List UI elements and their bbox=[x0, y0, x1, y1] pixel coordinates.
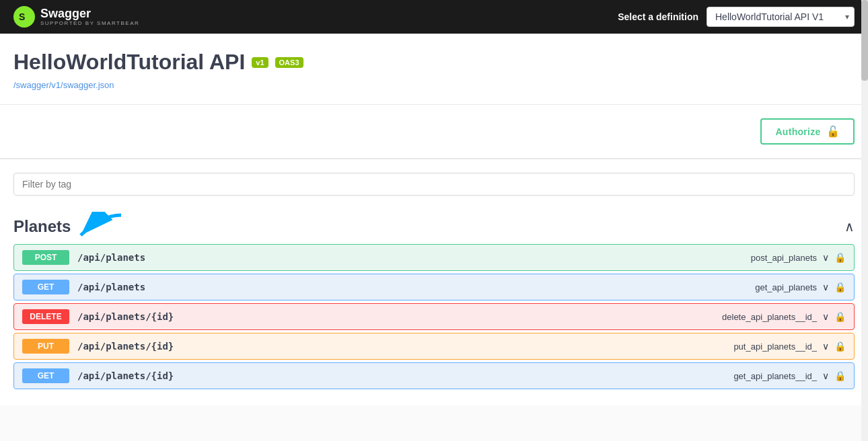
oas3-badge: OAS3 bbox=[275, 57, 303, 68]
endpoint-row-get-planets-id[interactable]: GET /api/planets/{id} get_api_planets__i… bbox=[13, 362, 855, 389]
endpoint-right: post_api_planets ∨ 🔒 bbox=[751, 252, 846, 263]
select-definition-label: Select a definition bbox=[618, 11, 698, 22]
logo-area: S Swagger Supported by SMARTBEAR bbox=[13, 6, 139, 28]
endpoint-path: /api/planets bbox=[77, 282, 755, 292]
api-title-section: HelloWorldTutorial API v1 OAS3 /swagger/… bbox=[0, 34, 868, 105]
operation-id: get_api_planets__id_ bbox=[733, 371, 817, 381]
chevron-down-icon: ∨ bbox=[822, 252, 829, 263]
lock-icon: 🔒 bbox=[834, 370, 846, 381]
endpoint-right: get_api_planets__id_ ∨ 🔒 bbox=[733, 370, 846, 381]
endpoint-right: put_api_planets__id_ ∨ 🔒 bbox=[733, 341, 846, 352]
filter-input[interactable] bbox=[13, 173, 855, 196]
endpoint-row-get-planets[interactable]: GET /api/planets get_api_planets ∨ 🔒 bbox=[13, 274, 855, 300]
operation-id: delete_api_planets__id_ bbox=[722, 312, 817, 322]
endpoint-right: get_api_planets ∨ 🔒 bbox=[755, 282, 846, 292]
chevron-down-icon: ∨ bbox=[822, 341, 829, 352]
method-badge-post: POST bbox=[22, 250, 69, 265]
endpoint-row-put-planets-id[interactable]: PUT /api/planets/{id} put_api_planets__i… bbox=[13, 333, 855, 360]
api-title: HelloWorldTutorial API bbox=[13, 50, 245, 75]
lock-icon: 🔒 bbox=[834, 282, 846, 292]
definition-select[interactable]: HelloWorldTutorial API V1 bbox=[707, 7, 855, 27]
app-header: S Swagger Supported by SMARTBEAR Select … bbox=[0, 0, 868, 34]
authorize-label: Authorize bbox=[775, 126, 820, 137]
lock-icon: 🔒 bbox=[834, 311, 846, 322]
header-right: Select a definition HelloWorldTutorial A… bbox=[618, 7, 855, 27]
lock-icon: 🔓 bbox=[826, 125, 840, 138]
filter-section bbox=[13, 173, 855, 206]
endpoint-path: /api/planets/{id} bbox=[77, 341, 733, 352]
method-badge-get: GET bbox=[22, 280, 69, 294]
content-area: Planets ∧ POST /api/planets post_api_p bbox=[0, 159, 868, 405]
api-title-row: HelloWorldTutorial API v1 OAS3 bbox=[13, 50, 855, 75]
logo-text: Swagger Supported by SMARTBEAR bbox=[40, 7, 139, 27]
authorize-button[interactable]: Authorize 🔓 bbox=[760, 118, 855, 145]
version-badge: v1 bbox=[252, 57, 268, 68]
method-badge-get: GET bbox=[22, 368, 69, 383]
operation-id: get_api_planets bbox=[755, 282, 817, 292]
endpoint-row-post-planets[interactable]: POST /api/planets post_api_planets ∨ 🔒 bbox=[13, 244, 855, 271]
section-title-planets: Planets bbox=[13, 217, 71, 236]
endpoint-path: /api/planets bbox=[77, 252, 751, 263]
planets-section-header: Planets ∧ bbox=[13, 206, 855, 244]
chevron-down-icon: ∨ bbox=[822, 282, 829, 292]
scrollbar-track[interactable] bbox=[861, 0, 868, 441]
chevron-down-icon: ∨ bbox=[822, 311, 829, 322]
planets-section-toggle[interactable]: ∧ bbox=[844, 218, 855, 235]
planets-section: Planets ∧ POST /api/planets post_api_p bbox=[13, 206, 855, 389]
lock-icon: 🔒 bbox=[834, 252, 846, 263]
arrow-annotation bbox=[67, 212, 135, 248]
scrollbar-thumb[interactable] bbox=[861, 0, 868, 81]
lock-icon: 🔒 bbox=[834, 341, 846, 352]
endpoint-row-delete-planets-id[interactable]: DELETE /api/planets/{id} delete_api_plan… bbox=[13, 303, 855, 330]
chevron-down-icon: ∨ bbox=[822, 370, 829, 381]
method-badge-delete: DELETE bbox=[22, 309, 69, 324]
endpoint-right: delete_api_planets__id_ ∨ 🔒 bbox=[722, 311, 846, 322]
operation-id: put_api_planets__id_ bbox=[733, 342, 817, 352]
endpoint-path: /api/planets/{id} bbox=[77, 370, 733, 381]
definition-select-wrapper[interactable]: HelloWorldTutorial API V1 ▾ bbox=[707, 7, 855, 27]
swagger-json-link[interactable]: /swagger/v1/swagger.json bbox=[13, 80, 114, 90]
endpoint-path: /api/planets/{id} bbox=[77, 311, 722, 322]
swagger-logo: S bbox=[13, 6, 35, 28]
svg-text:S: S bbox=[19, 11, 25, 22]
authorize-section: Authorize 🔓 bbox=[0, 105, 868, 159]
operation-id: post_api_planets bbox=[751, 253, 817, 263]
method-badge-put: PUT bbox=[22, 339, 69, 354]
